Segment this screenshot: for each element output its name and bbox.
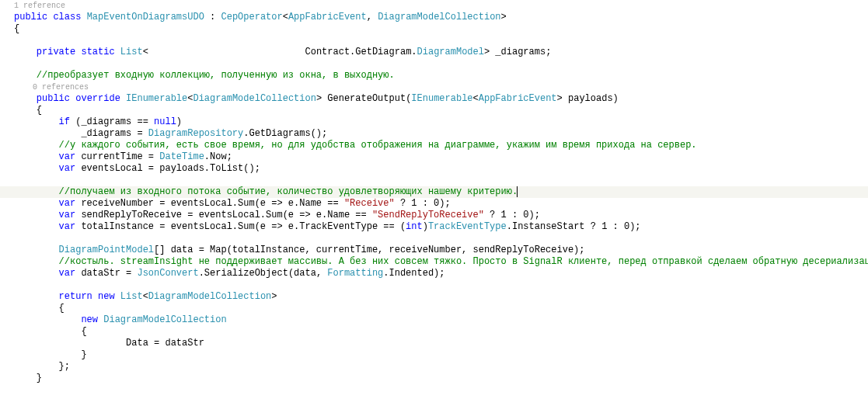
keyword: int [406, 221, 423, 232]
code-line[interactable]: var eventsLocal = payloads.ToList(); [0, 163, 868, 175]
text-cursor [517, 186, 518, 197]
keyword: private [37, 47, 75, 57]
code-line-current[interactable]: //получаем из входного потока событие, к… [0, 186, 868, 198]
code-line[interactable]: //у каждого события, есть свое время, но… [0, 140, 868, 151]
type-name: IEnumerable [126, 93, 187, 104]
keyword: static [81, 47, 114, 57]
keyword: null [154, 116, 176, 127]
keyword: var [59, 163, 76, 174]
string-literal: "Receive" [344, 198, 395, 209]
code-line[interactable]: var sendReplyToReceive = eventsLocal.Sum… [0, 210, 868, 221]
comment: //костыль. streamInsight не поддерживает… [59, 256, 868, 267]
type-name: DiagramModel [417, 47, 484, 57]
keyword: return [59, 291, 92, 302]
comment: //получаем из входного потока событие, к… [59, 186, 518, 197]
code-line[interactable]: new DiagramModelCollection [0, 314, 868, 326]
code-line[interactable]: return new List<DiagramModelCollection> [0, 291, 868, 303]
code-line[interactable]: private static List< Contract.GetDiagram… [0, 47, 868, 58]
keyword: var [59, 210, 76, 220]
comment: //преобразует входную коллекцию, получен… [37, 70, 395, 81]
code-line[interactable]: public override IEnumerable<DiagramModel… [0, 93, 868, 105]
type-name: CepOperator [221, 12, 282, 23]
code-line[interactable]: DiagramPointModel[] data = Map(totalInst… [0, 245, 868, 256]
code-line[interactable]: //преобразует входную коллекцию, получен… [0, 70, 868, 82]
code-editor[interactable]: 1 reference public class MapEventOnDiagr… [0, 0, 868, 406]
type-name: AppFabricEvent [288, 12, 367, 23]
keyword: public [37, 93, 70, 104]
code-line[interactable] [0, 58, 868, 70]
type-name: TrackEventType [428, 221, 507, 232]
code-line[interactable]: { [0, 303, 868, 314]
code-line[interactable]: public class MapEventOnDiagramsUDO : Cep… [0, 12, 868, 23]
type-name: List [120, 291, 143, 302]
code-line[interactable]: var receiveNumber = eventsLocal.Sum(e =>… [0, 198, 868, 210]
keyword: var [59, 268, 76, 279]
code-line[interactable] [0, 279, 868, 291]
keyword: public [14, 12, 47, 23]
code-line[interactable]: { [0, 326, 868, 338]
keyword: override [75, 93, 120, 104]
code-line[interactable]: }; [0, 361, 868, 373]
code-line[interactable]: } [0, 349, 868, 361]
type-name: DiagramPointModel [59, 245, 154, 255]
comment: //у каждого события, есть свое время, но… [59, 140, 697, 151]
type-name: List [120, 47, 143, 57]
type-name: DateTime [159, 151, 204, 162]
type-name: AppFabricEvent [479, 93, 557, 104]
code-line[interactable]: var totalInstance = eventsLocal.Sum(e =>… [0, 221, 868, 233]
code-line[interactable]: var currentTime = DateTime.Now; [0, 151, 868, 163]
code-line[interactable]: { [0, 105, 868, 116]
type-name: IEnumerable [411, 93, 472, 104]
code-line[interactable] [0, 35, 868, 47]
type-name: DiagramModelCollection [378, 12, 500, 23]
type-name: DiagramModelCollection [103, 314, 226, 325]
string-literal: "SendReplyToReceive" [372, 210, 484, 220]
code-line[interactable] [0, 175, 868, 186]
type-name: MapEventOnDiagramsUDO [87, 12, 204, 23]
keyword: var [59, 151, 76, 162]
code-line[interactable]: { [0, 23, 868, 35]
type-name: Formatting [327, 268, 383, 279]
keyword: new [81, 314, 98, 325]
type-name: JsonConvert [137, 268, 198, 279]
type-name: DiagramModelCollection [148, 291, 271, 302]
keyword: if [59, 116, 70, 127]
code-line[interactable] [0, 233, 868, 245]
keyword: var [59, 221, 76, 232]
code-line[interactable]: } [0, 373, 868, 384]
keyword: new [98, 291, 115, 302]
code-line[interactable]: if (_diagrams == null) [0, 116, 868, 128]
codelens-references[interactable]: 0 references [0, 82, 868, 93]
keyword: var [59, 198, 76, 209]
code-line[interactable]: Data = dataStr [0, 338, 868, 349]
code-line[interactable]: _diagrams = DiagramRepository.GetDiagram… [0, 128, 868, 140]
code-line[interactable]: //костыль. streamInsight не поддерживает… [0, 256, 868, 268]
code-line[interactable]: var dataStr = JsonConvert.SerializeObjec… [0, 268, 868, 279]
type-name: DiagramModelCollection [193, 93, 315, 104]
codelens-references[interactable]: 1 reference [0, 0, 868, 12]
keyword: class [53, 12, 81, 23]
type-name: DiagramRepository [148, 128, 243, 139]
